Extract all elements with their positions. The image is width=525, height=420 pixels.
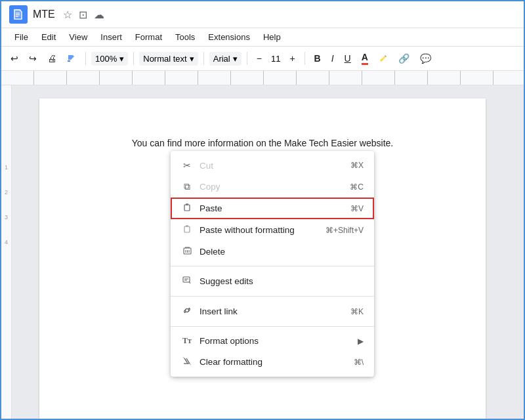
title-icons: ☆ ⊡ ☁	[63, 9, 104, 21]
folder-icon[interactable]: ⊡	[79, 9, 87, 21]
zoom-select[interactable]: 100% ▾	[91, 52, 128, 66]
cloud-icon[interactable]: ☁	[94, 9, 104, 21]
paste-no-format-icon	[181, 224, 193, 236]
undo-button[interactable]: ↩	[7, 51, 22, 66]
paste-no-format-shortcut: ⌘+Shift+V	[326, 226, 364, 235]
divider-5	[304, 52, 305, 65]
menu-extensions[interactable]: Extensions	[203, 30, 255, 45]
ruler-marks	[1, 71, 524, 85]
divider-2	[133, 52, 134, 65]
toolbar: ↩ ↪ 🖨 100% ▾ Normal text ▾ Arial ▾ − 11 …	[1, 47, 524, 71]
menu-format[interactable]: Format	[130, 30, 167, 45]
context-menu-divider-3	[171, 326, 374, 327]
menu-bar: File Edit View Insert Format Tools Exten…	[1, 28, 524, 47]
menu-file[interactable]: File	[9, 30, 33, 45]
copy-label: Copy	[200, 182, 220, 192]
font-color-icon: A	[362, 52, 368, 65]
svg-rect-8	[186, 225, 188, 227]
paste-no-format-label: Paste without formatting	[200, 225, 295, 235]
text-style-value: Normal text	[143, 54, 186, 64]
svg-rect-4	[68, 60, 70, 62]
document-area: 1 2 3 4 You can find more information on…	[1, 85, 524, 420]
context-menu-insert-link[interactable]: Insert link ⌘K	[171, 301, 374, 322]
font-arrow-icon: ▾	[233, 54, 238, 64]
print-button[interactable]: 🖨	[43, 51, 60, 66]
insert-link-icon	[181, 306, 193, 317]
text-style-select[interactable]: Normal text ▾	[139, 52, 198, 66]
copy-shortcut: ⌘C	[350, 182, 364, 192]
menu-help[interactable]: Help	[258, 30, 286, 45]
font-value: Arial	[213, 54, 230, 64]
context-menu-suggest-edits[interactable]: Suggest edits	[171, 270, 374, 292]
divider-1	[85, 52, 86, 65]
underline-button[interactable]: U	[341, 51, 355, 66]
menu-insert[interactable]: Insert	[95, 30, 127, 45]
context-menu-delete[interactable]: Delete	[171, 241, 374, 262]
font-size-value: 11	[268, 52, 283, 65]
paste-icon	[181, 203, 193, 214]
document-content: You can find more information on the Mak…	[92, 138, 433, 148]
cut-shortcut: ⌘X	[350, 161, 364, 170]
italic-button[interactable]: I	[327, 51, 338, 66]
document-page: You can find more information on the Mak…	[39, 98, 486, 420]
font-select[interactable]: Arial ▾	[209, 52, 242, 66]
highlight-button[interactable]	[375, 51, 392, 66]
font-size-increase-button[interactable]: +	[285, 51, 299, 66]
clear-formatting-icon	[181, 356, 193, 368]
format-options-icon: Tт	[181, 336, 193, 346]
zoom-value: 100%	[95, 54, 117, 64]
suggest-edits-icon	[181, 276, 193, 287]
context-menu-cut[interactable]: ✂ Cut ⌘X	[171, 155, 374, 176]
menu-tools[interactable]: Tools	[170, 30, 200, 45]
context-menu-divider-1	[171, 266, 374, 266]
insert-link-shortcut: ⌘K	[350, 307, 364, 316]
svg-rect-5	[184, 205, 190, 211]
context-menu-paste[interactable]: Paste ⌘V	[171, 198, 374, 219]
text-style-arrow-icon: ▾	[190, 54, 194, 64]
cut-label: Cut	[200, 161, 213, 171]
font-color-button[interactable]: A	[358, 49, 372, 68]
font-size-decrease-button[interactable]: −	[253, 51, 266, 66]
clear-formatting-label: Clear formatting	[200, 357, 262, 367]
divider-4	[247, 52, 247, 65]
context-menu-format-options[interactable]: Tт Format options ▶	[171, 331, 374, 351]
format-options-arrow-icon: ▶	[358, 337, 364, 346]
bold-button[interactable]: B	[310, 51, 325, 66]
insert-link-toolbar-button[interactable]: 🔗	[394, 51, 413, 66]
cut-icon: ✂	[181, 160, 193, 171]
svg-rect-16	[183, 277, 190, 282]
menu-edit[interactable]: Edit	[36, 30, 61, 45]
clear-formatting-shortcut: ⌘\	[354, 358, 364, 367]
divider-3	[203, 52, 204, 65]
app-icon	[9, 5, 28, 24]
side-ruler: 1 2 3 4	[1, 85, 12, 420]
svg-rect-6	[186, 203, 188, 205]
context-menu-paste-no-format[interactable]: Paste without formatting ⌘+Shift+V	[171, 219, 374, 241]
title-bar: MTE ☆ ⊡ ☁	[1, 1, 524, 28]
suggest-edits-label: Suggest edits	[200, 276, 253, 286]
insert-link-label: Insert link	[200, 306, 238, 316]
context-menu: ✂ Cut ⌘X ⧉ Copy ⌘C	[171, 151, 374, 377]
redo-button[interactable]: ↪	[25, 51, 41, 66]
context-menu-clear-formatting[interactable]: Clear formatting ⌘\	[171, 351, 374, 373]
context-menu-copy[interactable]: ⧉ Copy ⌘C	[171, 176, 374, 198]
app-title: MTE	[33, 9, 55, 20]
paste-label: Paste	[200, 203, 222, 213]
context-menu-divider-2	[171, 296, 374, 297]
comment-button[interactable]: 💬	[416, 51, 435, 66]
paint-format-button[interactable]	[63, 51, 80, 66]
delete-label: Delete	[200, 247, 225, 257]
delete-icon	[181, 246, 193, 257]
star-icon[interactable]: ☆	[63, 9, 72, 21]
menu-view[interactable]: View	[64, 30, 93, 45]
format-options-label: Format options	[200, 336, 259, 346]
copy-icon: ⧉	[181, 181, 193, 192]
svg-rect-7	[184, 226, 190, 232]
zoom-arrow-icon: ▾	[119, 54, 124, 64]
paste-shortcut: ⌘V	[350, 204, 364, 213]
ruler	[1, 71, 524, 85]
